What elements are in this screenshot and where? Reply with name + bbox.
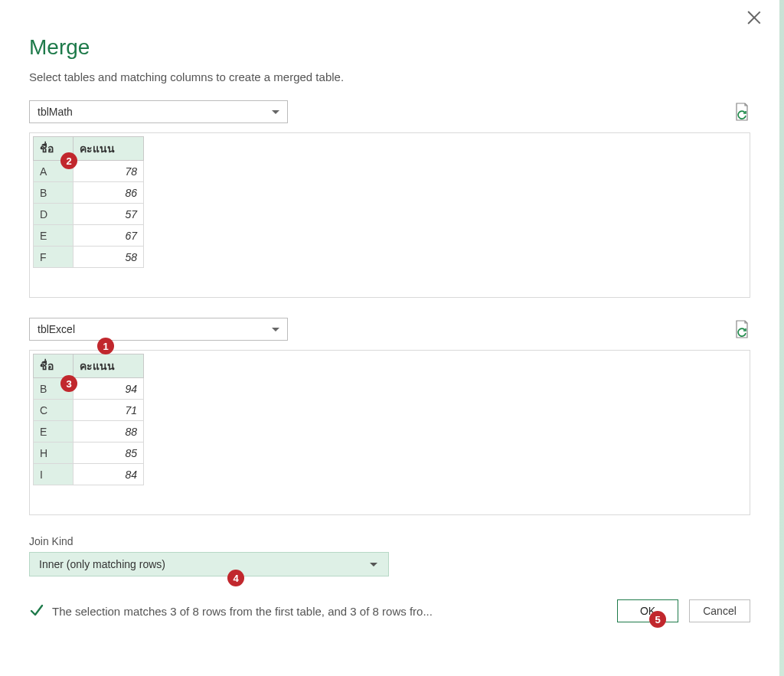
status-row: The selection matches 3 of 8 rows from t… (29, 603, 433, 619)
chevron-down-icon (272, 328, 279, 331)
table-row: C71 (34, 400, 144, 421)
first-table-dropdown-value: tblMath (38, 106, 73, 118)
window-edge (779, 0, 784, 676)
first-table-preview: ชื่อ คะแนน A78 B86 D57 E67 F58 (29, 132, 750, 298)
table-row: H85 (34, 443, 144, 464)
join-kind-section: Join Kind Inner (only matching rows) (29, 535, 750, 576)
join-kind-label: Join Kind (29, 535, 750, 547)
status-text: The selection matches 3 of 8 rows from t… (52, 605, 433, 618)
table-row: F58 (34, 247, 144, 268)
second-table-dropdown-value: tblExcel (38, 323, 75, 335)
first-table: ชื่อ คะแนน A78 B86 D57 E67 F58 (33, 136, 144, 268)
refresh-icon[interactable] (733, 102, 750, 122)
ok-button[interactable]: OK (617, 599, 678, 622)
close-icon[interactable] (746, 9, 763, 26)
table-row: E88 (34, 421, 144, 443)
chevron-down-icon (370, 563, 377, 567)
chevron-down-icon (272, 110, 279, 114)
table-row: E67 (34, 225, 144, 247)
column-header-score[interactable]: คะแนน (74, 137, 144, 161)
first-table-section: tblMath ชื่อ คะแนน (29, 100, 750, 298)
table-row: B86 (34, 182, 144, 204)
column-header-score[interactable]: คะแนน (74, 354, 144, 378)
dialog-subtitle: Select tables and matching columns to cr… (29, 70, 750, 83)
column-header-name[interactable]: ชื่อ (34, 354, 74, 378)
table-row: B94 (34, 378, 144, 400)
table-row: D57 (34, 204, 144, 225)
dialog-footer: The selection matches 3 of 8 rows from t… (29, 599, 750, 622)
column-header-name[interactable]: ชื่อ (34, 137, 74, 161)
check-icon (29, 603, 44, 619)
first-table-dropdown[interactable]: tblMath (29, 100, 288, 123)
join-kind-value: Inner (only matching rows) (39, 558, 165, 570)
table-row: A78 (34, 161, 144, 182)
table-row: I84 (34, 464, 144, 485)
join-kind-dropdown[interactable]: Inner (only matching rows) (29, 552, 389, 576)
second-table-section: tblExcel ชื่อ คะแนน (29, 318, 750, 515)
cancel-button[interactable]: Cancel (689, 599, 750, 622)
second-table-dropdown[interactable]: tblExcel (29, 318, 288, 341)
dialog-title: Merge (29, 35, 750, 60)
second-table: ชื่อ คะแนน B94 C71 E88 H85 I84 (33, 354, 144, 485)
second-table-preview: ชื่อ คะแนน B94 C71 E88 H85 I84 (29, 350, 750, 515)
refresh-icon[interactable] (733, 319, 750, 339)
merge-dialog: Merge Select tables and matching columns… (0, 0, 779, 674)
